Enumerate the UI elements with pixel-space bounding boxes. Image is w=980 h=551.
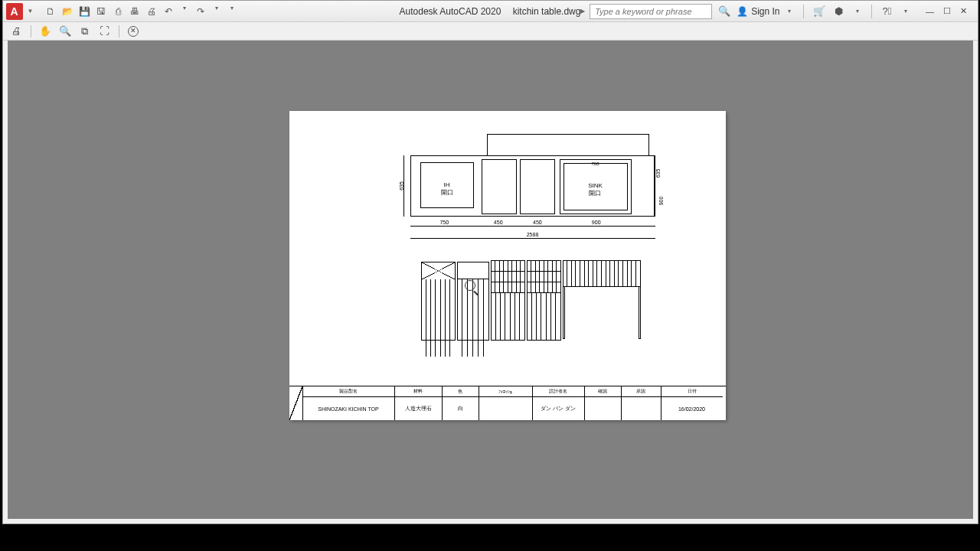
print-icon[interactable]: 🖨 (145, 5, 158, 18)
qat-customize[interactable]: ▾ (230, 5, 234, 18)
dim-b2: 450 (494, 220, 503, 225)
zoom-icon[interactable]: 🔍 (57, 24, 73, 39)
cabinet-5-leg-left (563, 287, 565, 339)
tb-col-product: 製品型名 SHINOZAKI KICHIN TOP (303, 386, 395, 420)
plan-view: IH 開口 SINK 開口 768 (400, 134, 665, 241)
tb-col-finish: ﾌｨﾆｯｼｭ (479, 386, 533, 420)
mid-section-2 (520, 159, 555, 214)
exchange-dropdown[interactable]: ▾ (856, 8, 859, 15)
save-icon[interactable]: 💾 (77, 5, 91, 18)
dim-bottom: 750 450 450 900 (410, 221, 655, 230)
divider (803, 5, 804, 18)
title-block: 製品型名 SHINOZAKI KICHIN TOP 材料 人造大理石 色 白 ﾌ… (289, 386, 726, 420)
dim-b1: 750 (439, 220, 449, 225)
cabinet-3 (491, 260, 525, 341)
ih-cooktop: IH 開口 (420, 162, 474, 208)
sink-label: SINK 開口 (588, 182, 603, 197)
drawing-sheet: IH 開口 SINK 開口 768 (289, 111, 726, 420)
title-right: ▶ 🔍 👤 Sign In ▾ 🛒 ⬢ ▾ ?⃝ ▾ — ☐ ✕ (580, 4, 977, 19)
signin-dropdown[interactable]: ▾ (788, 8, 791, 15)
canvas-area[interactable]: IH 開口 SINK 開口 768 (8, 41, 973, 519)
cart-icon[interactable]: 🛒 (812, 4, 827, 19)
redo-icon[interactable]: ↷ (194, 5, 207, 18)
ih-label: IH 開口 (441, 181, 453, 197)
hood-outline (487, 134, 649, 155)
dim-right: 635 900 (649, 155, 665, 217)
plot-icon[interactable]: 🖶 (128, 5, 142, 18)
preview-toolbar: 🖨 ✋ 🔍 ⧉ ⛶ ✕ (3, 22, 978, 41)
signin-label: Sign In (751, 6, 779, 17)
divider (871, 5, 872, 18)
cabinet-5-leg-right (639, 287, 641, 339)
sink-dim-top: 768 (591, 161, 599, 166)
zoom-original-icon[interactable]: ⛶ (97, 24, 113, 39)
divider (119, 25, 119, 37)
counter-outline: IH 開口 SINK 開口 768 (410, 155, 655, 217)
mid-section-1 (482, 159, 517, 214)
app-exchange-icon[interactable]: ⬢ (831, 4, 847, 19)
undo-icon[interactable]: ↶ (162, 5, 175, 18)
undo-dropdown[interactable]: ▾ (183, 5, 186, 18)
cabinet-4 (527, 260, 561, 341)
file-name: kitchin table.dwg (513, 6, 581, 17)
dim-total-value: 2588 (527, 232, 539, 237)
user-icon: 👤 (737, 6, 748, 17)
saveas-icon[interactable]: 🖫 (94, 5, 108, 18)
tb-col-material: 材料 人造大理石 (395, 386, 443, 420)
quick-access-toolbar: 🗋 📂 💾 🖫 ⎙ 🖶 🖨 ↶ ▾ ↷ ▾ ▾ (44, 5, 238, 18)
app-menu-dropdown[interactable]: ▼ (28, 8, 34, 15)
dim-b3: 450 (533, 220, 542, 225)
title-text: Autodesk AutoCAD 2020 kitchin table.dwg (400, 6, 581, 17)
elevation-view (421, 260, 647, 341)
signin-button[interactable]: 👤 Sign In ▾ (737, 6, 795, 17)
redo-dropdown[interactable]: ▾ (215, 5, 218, 18)
tb-col-check: 確認 (585, 386, 622, 420)
maximize-button[interactable]: ☐ (939, 5, 955, 18)
app-logo-icon[interactable] (6, 3, 23, 20)
tb-corner (289, 386, 303, 420)
help-dropdown[interactable]: ▾ (904, 8, 907, 15)
sink: SINK 開口 768 (560, 159, 632, 214)
infocenter-icon[interactable]: 🔍 (717, 4, 732, 19)
cabinet-1 (421, 262, 456, 341)
close-button[interactable]: ✕ (956, 5, 972, 18)
search-arrow-icon: ▶ (580, 8, 585, 15)
cabinet-5-upper (563, 260, 641, 287)
new-icon[interactable]: 🗋 (44, 5, 57, 18)
title-bar: ▼ 🗋 📂 💾 🖫 ⎙ 🖶 🖨 ↶ ▾ ↷ ▾ ▾ Autodesk AutoC… (3, 1, 978, 22)
dim-left: 635 (400, 155, 410, 217)
minimize-button[interactable]: — (923, 5, 938, 18)
window-controls: — ☐ ✕ (923, 5, 972, 18)
app-window: ▼ 🗋 📂 💾 🖫 ⎙ 🖶 🖨 ↶ ▾ ↷ ▾ ▾ Autodesk AutoC… (2, 0, 978, 524)
tb-col-designer: 設計者名 ダン バン ダン (533, 386, 585, 420)
cabinet-2 (457, 262, 489, 341)
zoom-window-icon[interactable]: ⧉ (77, 24, 93, 39)
open-icon[interactable]: 📂 (60, 5, 74, 18)
dim-left-value: 635 (399, 181, 404, 191)
dim-right-2: 900 (658, 197, 664, 206)
help-icon[interactable]: ?⃝ (880, 4, 895, 19)
dim-right-1: 635 (655, 169, 661, 178)
dim-b4: 900 (592, 220, 601, 225)
sink-inner: SINK 開口 (564, 163, 628, 210)
tb-col-approve: 承認 (622, 386, 662, 420)
zoom-cursor-icon (465, 280, 475, 291)
print-icon[interactable]: 🖨 (9, 24, 24, 39)
tb-col-color: 色 白 (443, 386, 479, 420)
close-preview-icon[interactable]: ✕ (126, 24, 141, 39)
tb-col-date: 日付 16/02/2020 (662, 386, 723, 420)
dim-total: 2588 (410, 232, 655, 241)
divider (31, 25, 31, 37)
web-icon[interactable]: ⎙ (111, 5, 125, 18)
search-input[interactable] (590, 4, 712, 19)
app-name: Autodesk AutoCAD 2020 (400, 6, 501, 17)
pan-icon[interactable]: ✋ (38, 24, 53, 39)
